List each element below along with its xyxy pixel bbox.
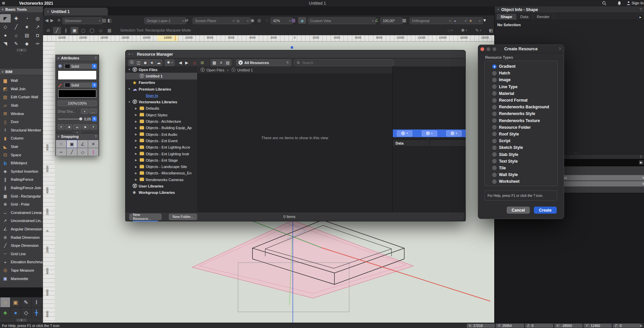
forward-icon[interactable]: ▶ — [50, 18, 54, 23]
radio-icon[interactable] — [492, 78, 497, 82]
sign-in-button[interactable]: Sign In — [632, 1, 644, 5]
bim-tool-item[interactable]: ⊘ Radial Dimension — [0, 233, 43, 241]
disclosure-icon[interactable]: ▶ — [135, 159, 140, 162]
mode-button[interactable]: ▢ — [79, 27, 87, 34]
search-box[interactable] — [294, 59, 394, 66]
disclosure-icon[interactable]: ▼ — [128, 68, 133, 71]
view-mode-button[interactable]: ▦ — [211, 60, 218, 66]
tree-item[interactable]: ✱ Workgroup Libraries — [126, 189, 197, 196]
radio-icon[interactable] — [492, 125, 497, 129]
toolset-button[interactable]: ╋ — [31, 308, 42, 318]
radio-icon[interactable] — [492, 112, 497, 116]
utility-button[interactable]: ◌ ▾ — [445, 27, 455, 34]
snapping-header[interactable]: × Snapping ? — [56, 133, 99, 140]
resource-type-option[interactable]: Wall Style — [485, 171, 557, 178]
snap-toggle[interactable]: ∷ — [56, 140, 66, 148]
camera-view-select[interactable]: ◘▾ — [235, 17, 251, 24]
next-attributes-button[interactable]: ▶ — [82, 124, 89, 129]
bim-tool-item[interactable]: ⊡ Space — [0, 151, 43, 159]
plan-rotation-icon[interactable]: ◈ — [298, 17, 306, 24]
bim-tool-item[interactable]: ↔ Constrained Linear... — [0, 209, 43, 217]
object-info-header[interactable]: × Object Info - Shape ? — [495, 6, 644, 13]
tab-close-icon[interactable]: × — [47, 10, 49, 13]
new-folder-icon[interactable]: ⊞ — [199, 60, 205, 66]
mode-button[interactable]: ◯ — [88, 27, 96, 34]
resource-type-option[interactable]: Renderworks Texture — [485, 117, 557, 124]
resource-type-option[interactable]: Slab Style — [485, 151, 557, 158]
radio-icon[interactable] — [492, 71, 497, 75]
help-icon[interactable]: ? — [95, 135, 97, 139]
basic-tools-header[interactable]: × Basic Tools — [0, 6, 43, 13]
utility-button[interactable]: ✎ ▾ — [473, 27, 484, 34]
help-icon[interactable]: ? — [559, 47, 561, 51]
zoom-icon[interactable]: ◌ — [266, 18, 269, 23]
help-icon[interactable]: ? — [95, 56, 97, 60]
stepper-icon[interactable]: ⇅ — [92, 64, 97, 69]
disclosure-icon[interactable]: ▶ — [135, 165, 140, 168]
link-attributes-button[interactable]: ∞ — [73, 124, 81, 129]
dimension-standard-select[interactable]: Dimension▾ — [62, 17, 103, 24]
stepper-icon[interactable]: ⇅ — [92, 83, 97, 88]
disclosure-icon[interactable]: ▶ — [135, 172, 140, 175]
object-info-tab[interactable]: Shape — [497, 14, 516, 20]
radio-icon[interactable] — [492, 179, 497, 184]
drop-shadow-toggle[interactable]: ▪ — [81, 109, 88, 114]
resource-type-option[interactable]: Gradient — [485, 63, 557, 70]
rotation-angle-field[interactable]: 100,00° — [380, 17, 403, 24]
tree-item[interactable]: ▼ Ⓥ Vectorworks Libraries — [126, 99, 197, 105]
disclosure-icon[interactable]: ▶ — [135, 133, 140, 136]
snap-toggle[interactable]: ┅ — [56, 148, 66, 156]
tree-item[interactable]: ▶ Objects - Building Equip_Ap — [126, 125, 197, 131]
tree-item[interactable]: ▼ ☁ Premium Libraries — [126, 86, 197, 92]
attribute-menu-button[interactable]: ▼ — [58, 124, 64, 129]
bim-tool-item[interactable]: b BIMobject — [0, 159, 43, 167]
statusbar-expand-icon[interactable]: ▶ — [640, 324, 643, 327]
search-input[interactable] — [302, 60, 391, 65]
close-icon[interactable]: × — [57, 135, 59, 139]
bim-tool-item[interactable]: ◎ Tape Measure — [0, 266, 43, 275]
pen-color-well[interactable] — [58, 89, 97, 98]
tree-item[interactable]: ★ Favorites — [126, 79, 197, 86]
tree-item[interactable]: ▶ Object Styles — [126, 112, 197, 118]
forward-icon[interactable]: ▶ — [184, 60, 190, 66]
radio-icon[interactable] — [492, 85, 497, 89]
toolset-button[interactable]: ◇ — [21, 308, 31, 318]
class-options-icon[interactable]: ◧ — [107, 18, 111, 23]
radio-icon[interactable] — [492, 173, 497, 177]
disclosure-icon[interactable]: ▼ — [128, 88, 133, 91]
bim-tool-item[interactable]: ▱ Slab — [0, 101, 43, 110]
close-icon[interactable]: × — [57, 56, 59, 60]
radio-icon[interactable] — [492, 98, 497, 103]
bim-tool-item[interactable]: ↗ Unconstrained Lin... — [0, 217, 43, 225]
layer-options-icon[interactable]: ▤ — [102, 18, 106, 23]
breadcrumb-current[interactable]: Untitled 1 — [237, 68, 253, 72]
coordinate-field[interactable]: Z: 0 — [525, 324, 553, 328]
library-filter-button[interactable]: Ⓥ — [129, 60, 135, 66]
coordinate-field[interactable]: Z': 0 — [613, 324, 641, 328]
dialog-titlebar[interactable]: Create Resource ? — [478, 45, 564, 53]
render-mode-button[interactable]: ▾ — [446, 130, 462, 136]
tree-item[interactable]: ▶ Objects - Ent Audio — [126, 131, 197, 138]
new-folder-button[interactable]: New Folder... — [169, 214, 197, 220]
resource-type-option[interactable]: Worksheet — [485, 178, 557, 185]
disclosure-icon[interactable]: ▶ — [135, 113, 140, 116]
resource-type-option[interactable]: Hatch — [485, 70, 557, 76]
new-resource-button[interactable]: New Resource... — [129, 214, 162, 220]
resource-type-option[interactable]: Sketch Style — [485, 144, 557, 151]
radio-icon[interactable] — [492, 139, 497, 143]
bim-tool-item[interactable]: ╱ Slope Dimension — [0, 241, 43, 250]
disclosure-icon[interactable]: ▶ — [135, 120, 140, 123]
library-filter-button[interactable]: ◙ — [142, 60, 149, 66]
active-plane-select[interactable]: Screen Plane▾ — [193, 17, 236, 24]
notifications-bell-icon[interactable] — [617, 1, 622, 5]
tree-item[interactable]: ▶ Objects - Ent Stage — [126, 157, 197, 163]
library-filter-button[interactable]: ★ — [149, 60, 155, 66]
render-mode-button[interactable]: ▾ — [422, 130, 437, 136]
bim-tool-item[interactable]: ◒ Elevation Benchma... — [0, 258, 43, 266]
palette-drag-handle[interactable]: ⋯ — [0, 53, 43, 55]
radio-icon[interactable] — [492, 91, 497, 96]
disclosure-icon[interactable]: ▼ — [128, 101, 133, 104]
mode-button[interactable]: ∦ — [62, 27, 70, 34]
tree-item[interactable]: Ⓥ Untitled 1 — [126, 73, 197, 79]
radio-icon[interactable] — [492, 118, 497, 123]
